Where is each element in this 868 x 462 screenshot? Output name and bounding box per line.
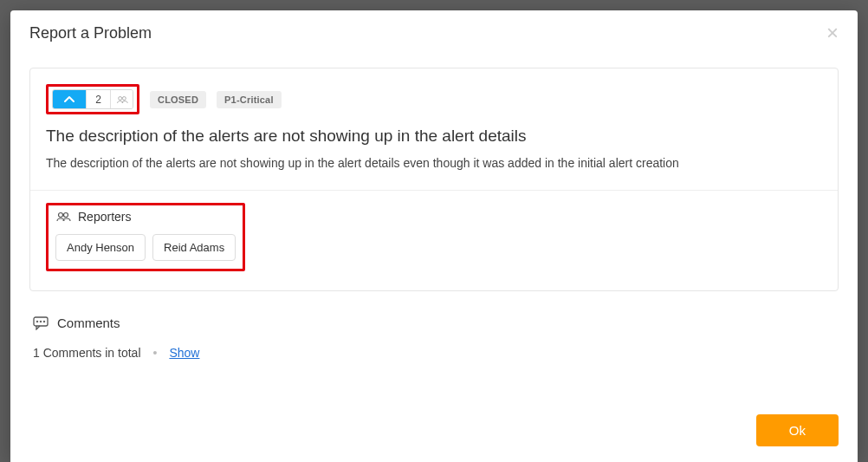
status-badge: CLOSED xyxy=(150,91,206,108)
svg-point-2 xyxy=(59,213,63,218)
voters-button[interactable] xyxy=(110,90,133,108)
comments-summary-row: 1 Comments in total • Show xyxy=(33,346,835,360)
show-comments-link[interactable]: Show xyxy=(169,346,199,360)
modal-footer: Ok xyxy=(10,402,858,462)
svg-point-1 xyxy=(122,96,126,100)
comments-label: Comments xyxy=(57,316,120,330)
svg-point-0 xyxy=(118,96,121,100)
comment-icon xyxy=(33,316,49,330)
svg-point-3 xyxy=(64,213,68,218)
ok-button[interactable]: Ok xyxy=(756,414,839,446)
svg-point-7 xyxy=(43,321,45,322)
issue-title: The description of the alerts are not sh… xyxy=(46,127,822,146)
vote-box: 2 xyxy=(52,89,133,109)
svg-point-6 xyxy=(40,321,42,322)
svg-point-5 xyxy=(36,321,38,322)
report-problem-modal: Report a Problem × 2 xyxy=(10,10,858,462)
close-icon[interactable]: × xyxy=(826,23,839,43)
reporters-label: Reporters xyxy=(78,210,131,224)
modal-header: Report a Problem × xyxy=(10,10,858,52)
comments-section: Comments 1 Comments in total • Show xyxy=(29,316,839,360)
reporters-heading: Reporters xyxy=(52,208,239,224)
people-icon xyxy=(55,211,71,223)
vote-count: 2 xyxy=(86,90,110,108)
reporters-highlight: Reporters Andy Henson Reid Adams xyxy=(46,203,245,271)
upvote-button[interactable] xyxy=(53,90,86,108)
issue-card-top: 2 CLOSED P1-Crit xyxy=(30,68,838,190)
modal-body: 2 CLOSED P1-Crit xyxy=(10,52,858,402)
issue-card: 2 CLOSED P1-Crit xyxy=(29,68,839,291)
reporter-chip[interactable]: Reid Adams xyxy=(152,234,236,261)
issue-description: The description of the alerts are not sh… xyxy=(46,154,822,172)
reporters-section: Reporters Andy Henson Reid Adams xyxy=(52,208,239,266)
modal-title: Report a Problem xyxy=(29,24,152,42)
issue-card-bottom: Reporters Andy Henson Reid Adams xyxy=(30,191,838,290)
reporters-chips: Andy Henson Reid Adams xyxy=(52,234,239,266)
badges-row: 2 CLOSED P1-Crit xyxy=(46,84,822,114)
chevron-up-icon xyxy=(64,95,74,104)
vote-highlight: 2 xyxy=(46,84,139,114)
reporter-chip[interactable]: Andy Henson xyxy=(55,234,146,261)
comments-count: 1 Comments in total xyxy=(33,346,141,360)
separator-dot: • xyxy=(153,346,158,360)
priority-badge: P1-Critical xyxy=(217,91,282,108)
people-icon xyxy=(116,94,128,105)
comments-heading: Comments xyxy=(33,316,835,330)
